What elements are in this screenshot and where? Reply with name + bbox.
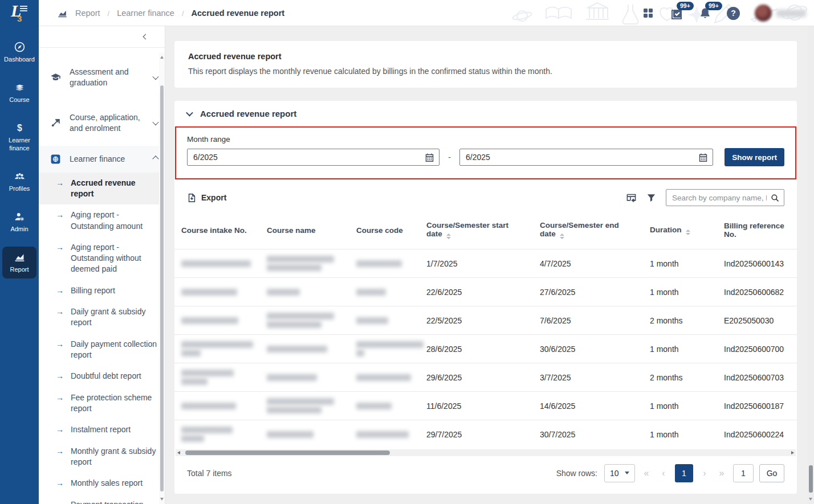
sidebar-group-assessment-and-graduation[interactable]: Assessment and graduation	[39, 55, 165, 100]
sidebar-item-monthly-sales-report[interactable]: →Monthly sales report	[39, 473, 165, 494]
sidebar-group-learner-finance[interactable]: Learner finance	[39, 146, 165, 173]
column-header[interactable]: Course/Semester end date	[533, 213, 643, 249]
logo-mark: L 3	[10, 3, 29, 23]
rail-item-report[interactable]: Report	[2, 247, 36, 278]
sidebar-item-label: Daily grant & subsidy report	[71, 306, 159, 329]
end-date-cell: 30/7/2025	[533, 420, 643, 449]
filter-section-header[interactable]: Accrued revenue report	[174, 101, 797, 126]
sidebar-scrollbar-thumb[interactable]	[160, 85, 164, 491]
rail-item-course[interactable]: Course	[2, 77, 36, 109]
rail-item-learner-finance[interactable]: $Learner finance	[2, 117, 36, 157]
sidebar-collapse-icon[interactable]	[143, 34, 149, 40]
month-from-input[interactable]	[188, 149, 439, 165]
sort-icon[interactable]	[686, 230, 690, 235]
sidebar-item-daily-grant-subsidy-report[interactable]: →Daily grant & subsidy report	[39, 301, 165, 334]
sidebar-item-payment-transaction-report[interactable]: →Payment transaction report	[39, 494, 165, 504]
next-page-button[interactable]: ›	[699, 468, 710, 478]
table-row: 1/7/20254/7/20251 monthInd20250600143	[174, 249, 797, 278]
rail-item-label: Learner finance	[3, 137, 35, 151]
redacted-cell	[174, 392, 260, 420]
duration-cell: 1 month	[643, 392, 717, 420]
sidebar-item-aging-report-outstanding-amount[interactable]: →Aging report - Outstanding amount	[39, 204, 165, 237]
user-menu[interactable]	[755, 5, 806, 22]
arrow-right-icon: →	[56, 339, 64, 350]
calendar-icon[interactable]	[425, 153, 434, 162]
end-date-cell: 3/7/2025	[533, 363, 643, 392]
column-header[interactable]: Duration	[643, 213, 717, 249]
export-button[interactable]: Export	[187, 193, 226, 203]
end-date-cell: 4/7/2025	[533, 249, 643, 278]
rail-item-profiles[interactable]: Profiles	[2, 166, 36, 198]
sidebar-scrollbar[interactable]	[159, 52, 165, 504]
table-horizontal-scrollbar[interactable]	[176, 449, 796, 456]
sidebar-group-label: Learner finance	[70, 154, 145, 165]
column-header[interactable]: Course/Semester start date	[420, 213, 533, 249]
column-header-label: Billing reference No.	[724, 222, 784, 239]
redacted-cell	[174, 335, 260, 363]
sidebar-item-billing-report[interactable]: →Billing report	[39, 280, 165, 301]
page-scrollbar[interactable]	[808, 26, 814, 504]
scroll-left-icon[interactable]	[177, 451, 180, 454]
first-page-button[interactable]: «	[641, 468, 652, 478]
app-logo[interactable]: L 3	[0, 0, 39, 26]
sidebar-item-doubtful-debt-report[interactable]: →Doubtful debt report	[39, 366, 165, 387]
go-button[interactable]: Go	[759, 464, 784, 482]
sidebar-item-instalment-report[interactable]: →Instalment report	[39, 419, 165, 440]
rail-item-label: Course	[9, 96, 29, 104]
last-page-button[interactable]: »	[716, 468, 727, 478]
apps-grid-icon[interactable]	[641, 6, 655, 20]
horizontal-scrollbar-thumb[interactable]	[185, 450, 390, 455]
search-icon[interactable]	[770, 193, 780, 203]
current-page-button[interactable]: 1	[675, 464, 693, 482]
redacted-cell	[260, 306, 349, 335]
scroll-right-icon[interactable]	[791, 451, 794, 454]
sidebar-group-label: Course, application, and enrolment	[70, 112, 145, 134]
breadcrumb-separator: /	[108, 9, 110, 18]
sidebar-item-accrued-revenue-report[interactable]: →Accrued revenue report	[39, 173, 165, 205]
show-rows-label: Show rows:	[556, 469, 597, 478]
billing-ref-cell: Ind20250600143	[717, 249, 797, 278]
billing-ref-cell: E2025050030	[717, 306, 797, 335]
filter-icon[interactable]	[646, 192, 657, 203]
rail-item-label: Profiles	[9, 185, 30, 192]
search-input[interactable]	[666, 190, 784, 206]
previous-page-button[interactable]: ‹	[658, 468, 669, 478]
calendar-icon[interactable]	[698, 153, 708, 162]
column-settings-icon[interactable]	[626, 192, 637, 203]
sidebar-item-monthly-grant-subsidy-report[interactable]: →Monthly grant & subsidy report	[39, 441, 165, 473]
breadcrumb-report[interactable]: Report	[75, 9, 100, 18]
sidebar-item-aging-report-outstanding-without-deemed-paid[interactable]: →Aging report - Outstanding without deem…	[39, 237, 165, 280]
tasks-icon[interactable]: 99+	[670, 6, 683, 20]
sidebar-item-label: Doubtful debt report	[71, 371, 141, 382]
arrow-right-icon: →	[56, 285, 64, 296]
sidebar-menu: Assessment and graduationCourse, applica…	[39, 48, 165, 504]
sidebar-item-daily-payment-collection-report[interactable]: →Daily payment collection report	[39, 334, 165, 366]
month-from-field	[187, 149, 439, 166]
help-icon[interactable]: ?	[727, 7, 740, 20]
sort-icon[interactable]	[446, 233, 451, 239]
page-scrollbar-thumb[interactable]	[809, 465, 813, 493]
scroll-down-icon[interactable]	[160, 498, 164, 501]
notifications-bell-icon[interactable]: 99+	[698, 6, 712, 20]
duration-cell: 1 month	[643, 335, 717, 363]
scroll-down-icon[interactable]	[809, 498, 812, 501]
sort-icon[interactable]	[560, 233, 564, 239]
arrow-right-icon: →	[56, 446, 64, 457]
sidebar-group-course-application-and-enrolment[interactable]: Course, application, and enrolment	[39, 100, 165, 146]
sidebar-item-label: Monthly sales report	[71, 478, 143, 489]
column-header-label: Course name	[267, 226, 316, 235]
rail-item-admin[interactable]: Admin	[2, 206, 36, 238]
table-row: 22/5/20257/6/20252 monthsE2025050030	[174, 306, 797, 335]
rail-item-dashboard[interactable]: Dashboard	[2, 36, 36, 68]
show-report-button[interactable]: Show report	[725, 148, 784, 166]
report-info-title: Accrued revenue report	[188, 52, 783, 61]
month-to-input[interactable]	[460, 149, 713, 165]
page-number-input[interactable]	[733, 464, 754, 482]
export-label: Export	[201, 193, 226, 202]
scroll-up-icon[interactable]	[160, 56, 164, 59]
breadcrumb-learner-finance[interactable]: Learner finance	[117, 9, 174, 18]
redacted-cell	[349, 278, 420, 306]
rows-per-page-select[interactable]: 10	[604, 464, 635, 482]
redacted-cell	[349, 392, 420, 420]
sidebar-item-fee-protection-scheme-report[interactable]: →Fee protection scheme report	[39, 387, 165, 420]
